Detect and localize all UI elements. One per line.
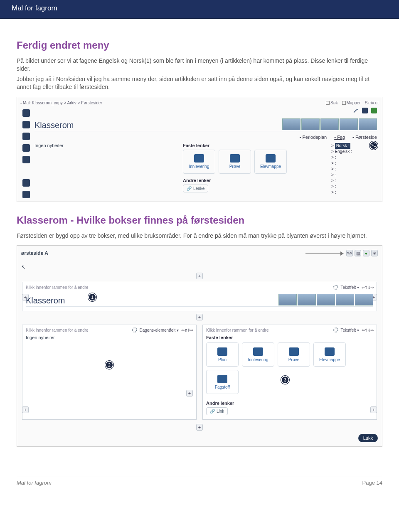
page-footer: Mal for fagrom Page 14 bbox=[17, 476, 382, 486]
section-2-p1: Førstesiden er bygd opp av tre bokser, m… bbox=[17, 232, 382, 240]
news-icon[interactable] bbox=[22, 179, 30, 187]
topbar-title: Mal for fagrom bbox=[12, 4, 57, 12]
gear-tool-icon[interactable]: ✳ bbox=[371, 250, 378, 256]
move-arrows-3[interactable]: ⇐⇑⇓⇒ bbox=[362, 328, 373, 332]
elevmappe-icon bbox=[266, 154, 276, 163]
section-1-p1: På bildet under ser vi at fagene Engelsk… bbox=[17, 57, 382, 73]
header-image-strip bbox=[282, 118, 377, 130]
move-arrows-1[interactable]: ⇐⇑⇓⇒ bbox=[362, 285, 373, 290]
callout-badge-2: 2 bbox=[105, 361, 113, 369]
footer-left: Mal for fagrom bbox=[17, 480, 52, 486]
fag-flyout: Norsk : Engelsk : : : : : : : : 1 bbox=[331, 143, 377, 195]
prove-icon bbox=[230, 154, 240, 163]
tab-forsteside[interactable]: Førsteside bbox=[352, 135, 377, 140]
cell-fagstoff[interactable]: Fagstoff bbox=[206, 370, 239, 394]
plan-icon bbox=[217, 347, 227, 356]
panel-hint-1: Klikk innenfor rammen for å endre bbox=[26, 285, 89, 290]
panel-hint-3: Klikk innenfor rammen for å endre bbox=[206, 328, 269, 332]
screenshot-2: ørsteside A ✎× ▧ ● ✳ ↖ + + + Klikk innen… bbox=[17, 245, 382, 447]
cell-innlevering-2[interactable]: Innlevering bbox=[242, 342, 274, 367]
innlevering-icon-2 bbox=[253, 347, 263, 356]
add-row-top[interactable]: + bbox=[196, 273, 203, 279]
screenshot-1: - Mal: Klasserom_copy > Arkiv > Førstesi… bbox=[17, 97, 382, 202]
andre-lenker-edit: Andre lenker bbox=[206, 401, 373, 406]
dagens-label[interactable]: Dagens-elementfelt ▾ bbox=[140, 328, 179, 332]
panel-tekstfelt-links: + Klikk innenfor rammen for å endre Teks… bbox=[202, 325, 377, 420]
faste-lenker-edit: Faste lenker bbox=[206, 335, 373, 340]
tab-fag[interactable]: Fag bbox=[334, 135, 345, 140]
flyout-norsk[interactable]: Norsk : bbox=[335, 143, 351, 149]
cell-elevmappe-2[interactable]: Elevmappe bbox=[313, 342, 346, 367]
left-icon-rail bbox=[20, 105, 32, 198]
top-right-tools: Søk Mapper Skriv ut bbox=[326, 101, 379, 105]
panel-tekstfelt-header: + + Klikk innenfor rammen for å endre Te… bbox=[22, 282, 377, 311]
tekstfelt-label-1[interactable]: Tekstfelt ▾ bbox=[341, 285, 359, 290]
image-icon[interactable] bbox=[362, 108, 368, 113]
faste-lenker-label: Faste lenker bbox=[183, 143, 331, 148]
cell-innlevering[interactable]: Innlevering bbox=[183, 150, 215, 174]
search-toggle[interactable]: Søk bbox=[326, 101, 338, 105]
gear-icon-3[interactable] bbox=[333, 328, 338, 332]
add-bottom-left[interactable]: + bbox=[186, 390, 193, 397]
pencil-icon[interactable] bbox=[353, 108, 359, 113]
cell-elevmappe[interactable]: Elevmappe bbox=[254, 150, 287, 174]
innlevering-icon bbox=[194, 154, 204, 163]
move-arrows-2[interactable]: ⇐⇑⇓⇒ bbox=[181, 328, 193, 332]
elevmappe-icon-2 bbox=[325, 347, 335, 356]
gear-icon[interactable] bbox=[333, 285, 338, 290]
cell-prove-2[interactable]: Prøve bbox=[278, 342, 310, 367]
breadcrumb: - Mal: Klasserom_copy > Arkiv > Førstesi… bbox=[20, 101, 102, 105]
section-1-heading: Ferdig endret meny bbox=[17, 39, 382, 51]
cell-plan[interactable]: Plan bbox=[206, 342, 239, 367]
content-toolbar bbox=[34, 108, 377, 113]
klasserom-edit-title: Klasserom bbox=[26, 296, 65, 305]
section-2-heading: Klasserom - Hvilke bokser finnes på førs… bbox=[17, 214, 382, 226]
lenke-pill[interactable]: Lenke bbox=[183, 185, 208, 192]
folder-icon[interactable] bbox=[22, 133, 30, 140]
no-news-text: Ingen nyheiter bbox=[34, 143, 183, 148]
section-1-p2: Jobber jeg så i Norsksiden vil jeg ha sa… bbox=[17, 75, 382, 91]
cell-prove[interactable]: Prøve bbox=[219, 150, 251, 174]
prove-icon-2 bbox=[289, 347, 299, 356]
tekstfelt-label-2[interactable]: Tekstfelt ▾ bbox=[341, 328, 359, 332]
chart-icon[interactable] bbox=[22, 144, 30, 152]
add-row-mid[interactable]: + bbox=[196, 314, 203, 320]
globe-icon[interactable] bbox=[371, 108, 377, 113]
tab-periodeplan[interactable]: Periodeplan bbox=[300, 135, 327, 140]
callout-badge-1: 1 bbox=[369, 141, 378, 150]
instruction-arrow bbox=[305, 253, 343, 254]
tab-row: Periodeplan Fag Førsteside bbox=[34, 135, 377, 140]
top-bar: Mal for fagrom bbox=[0, 0, 399, 19]
no-news-edit: Ingen nyheiter bbox=[26, 335, 193, 340]
link-pill-2[interactable]: Link bbox=[206, 407, 228, 415]
gear-icon-2[interactable] bbox=[132, 328, 137, 332]
footer-page: Page 14 bbox=[362, 480, 382, 486]
add-right-2[interactable]: + bbox=[370, 406, 377, 413]
mapper-toggle[interactable]: Mapper bbox=[342, 101, 361, 105]
clipboard-icon[interactable] bbox=[22, 121, 30, 128]
callout-badge-1b: 1 bbox=[88, 293, 96, 301]
globe-tool-icon[interactable]: ● bbox=[363, 250, 369, 256]
book-icon[interactable] bbox=[22, 191, 30, 198]
add-row-bottom[interactable]: + bbox=[196, 424, 203, 431]
image-tool-icon[interactable]: ▧ bbox=[355, 250, 361, 256]
home-icon[interactable] bbox=[22, 109, 30, 117]
print-link[interactable]: Skriv ut bbox=[365, 101, 379, 105]
page-title-edit: ørsteside A bbox=[21, 250, 48, 256]
fagstoff-icon bbox=[217, 375, 227, 383]
people-icon[interactable] bbox=[22, 156, 30, 163]
lukk-button[interactable]: Lukk bbox=[358, 434, 378, 442]
flyout-engelsk[interactable]: Engelsk : bbox=[331, 149, 377, 155]
panel-hint-2: Klikk innenfor rammen for å endre bbox=[26, 328, 89, 332]
pencil-x-icon[interactable]: ✎× bbox=[346, 250, 353, 256]
andre-lenker-label: Andre lenker bbox=[183, 178, 331, 183]
page-toolbar: ✎× ▧ ● ✳ bbox=[346, 250, 378, 256]
klasserom-title: Klasserom bbox=[34, 121, 74, 130]
add-left-2[interactable]: + bbox=[22, 406, 29, 413]
panel-dagens: + Klikk innenfor rammen for å endre Dage… bbox=[22, 325, 197, 420]
